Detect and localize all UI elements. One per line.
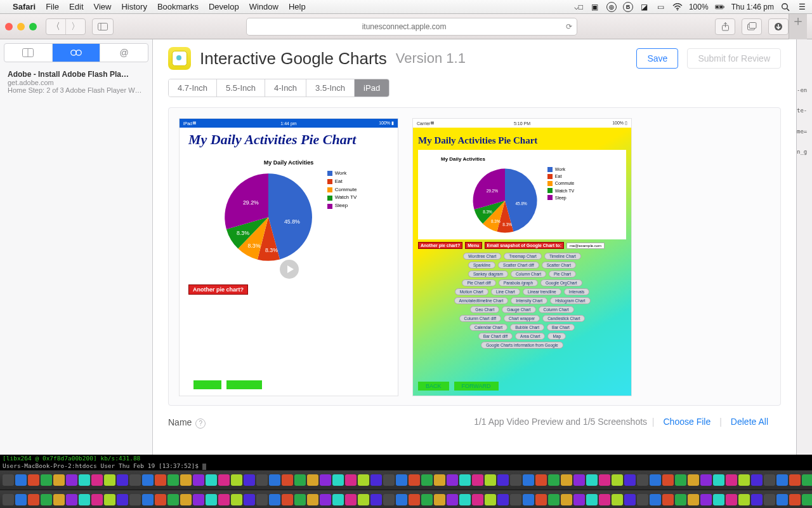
dock-app-icon[interactable] bbox=[142, 494, 154, 505]
dock-app-icon[interactable] bbox=[485, 494, 496, 505]
dock-app-icon[interactable] bbox=[523, 494, 534, 505]
dock-app-icon[interactable] bbox=[459, 494, 471, 505]
dock-app-icon[interactable] bbox=[231, 494, 242, 505]
dock-app-icon[interactable] bbox=[358, 494, 369, 505]
dock-app-icon[interactable] bbox=[789, 474, 801, 486]
dock-app-icon[interactable] bbox=[155, 494, 166, 505]
menu-develop[interactable]: Develop bbox=[209, 2, 239, 11]
dock-app-icon[interactable] bbox=[586, 474, 598, 486]
dock-app-icon[interactable] bbox=[548, 474, 560, 486]
bookmarks-tab[interactable] bbox=[4, 44, 52, 62]
dock-app-icon[interactable] bbox=[624, 494, 636, 505]
dock-app-icon[interactable] bbox=[409, 474, 420, 486]
dock-app-icon[interactable] bbox=[358, 474, 369, 486]
dock-app-icon[interactable] bbox=[91, 494, 103, 505]
dock-app-icon[interactable] bbox=[383, 474, 395, 486]
dock-app-icon[interactable] bbox=[637, 474, 648, 486]
active-app-name[interactable]: Safari bbox=[13, 2, 36, 11]
dock-app-icon[interactable] bbox=[459, 474, 471, 486]
dock-app-icon[interactable] bbox=[561, 494, 572, 505]
status-icon-b[interactable]: B bbox=[623, 2, 633, 12]
save-button[interactable]: Save bbox=[636, 48, 678, 69]
close-window-button[interactable] bbox=[5, 23, 13, 30]
dock-app-icon[interactable] bbox=[396, 474, 407, 486]
dock-app-icon[interactable] bbox=[117, 474, 128, 486]
battery-icon[interactable] bbox=[715, 2, 725, 12]
menu-help[interactable]: Help bbox=[289, 2, 306, 11]
delete-all-link[interactable]: Delete All bbox=[731, 417, 768, 427]
address-bar[interactable]: itunesconnect.apple.com ⟳ bbox=[246, 18, 577, 36]
dock-app-icon[interactable] bbox=[28, 474, 39, 486]
dock-app-icon[interactable] bbox=[612, 474, 623, 486]
dock-app-icon[interactable] bbox=[15, 494, 27, 505]
dock-app-icon[interactable] bbox=[79, 474, 90, 486]
dock-app-icon[interactable] bbox=[104, 474, 115, 486]
dock-app-icon[interactable] bbox=[688, 494, 699, 505]
menu-history[interactable]: History bbox=[121, 2, 147, 11]
reload-icon[interactable]: ⟳ bbox=[561, 22, 577, 31]
camera-icon[interactable]: ⌵□ bbox=[573, 2, 584, 12]
dock-app-icon[interactable] bbox=[523, 474, 534, 486]
dock-app-icon[interactable] bbox=[15, 474, 27, 486]
dock-app-icon[interactable] bbox=[307, 474, 318, 486]
dock-app-icon[interactable] bbox=[320, 494, 331, 505]
dock-app-icon[interactable] bbox=[713, 474, 724, 486]
dock-app-icon[interactable] bbox=[447, 494, 458, 505]
dock-app-icon[interactable] bbox=[662, 474, 674, 486]
menu-view[interactable]: View bbox=[94, 2, 112, 11]
dock-app-icon[interactable] bbox=[409, 494, 420, 505]
dock-app-icon[interactable] bbox=[751, 474, 763, 486]
dock-app-icon[interactable] bbox=[167, 474, 179, 486]
dock-app-icon[interactable] bbox=[79, 494, 90, 505]
tabs-button[interactable] bbox=[742, 18, 762, 35]
dock-app-icon[interactable] bbox=[675, 494, 686, 505]
menu-file[interactable]: File bbox=[46, 2, 59, 11]
dock-app-icon[interactable] bbox=[447, 474, 458, 486]
dock-app-icon[interactable] bbox=[193, 474, 204, 486]
reading-list-item[interactable]: Adobe - Install Adobe Flash Pla… get.ado… bbox=[0, 66, 152, 95]
app-video-preview[interactable]: iPad 〓 1:44 pm 100% ▮ My Daily Activitie… bbox=[179, 118, 398, 396]
app-screenshot-1[interactable]: Carrier 〓 5:10 PM 100% ▯ My Daily Activi… bbox=[412, 118, 632, 396]
dock-app-icon[interactable] bbox=[193, 494, 204, 505]
dock-app-icon[interactable] bbox=[713, 494, 724, 505]
dock-app-icon[interactable] bbox=[332, 494, 344, 505]
status-icon-c[interactable]: ◪ bbox=[639, 2, 650, 12]
dock-app-icon[interactable] bbox=[802, 494, 812, 505]
dock-app-icon[interactable] bbox=[28, 494, 39, 505]
dock-app-icon[interactable] bbox=[180, 474, 192, 486]
dock-app-icon[interactable] bbox=[662, 494, 674, 505]
dock-app-icon[interactable] bbox=[3, 494, 14, 505]
dock-app-icon[interactable] bbox=[472, 474, 483, 486]
dock-app-icon[interactable] bbox=[370, 474, 382, 486]
dock-app-icon[interactable] bbox=[510, 494, 521, 505]
shared-links-tab[interactable]: @ bbox=[100, 44, 148, 62]
status-icon-a[interactable]: ◎ bbox=[606, 2, 617, 12]
dock-app-icon[interactable] bbox=[53, 474, 65, 486]
dock-app-icon[interactable] bbox=[637, 494, 648, 505]
dock-app-icon[interactable] bbox=[700, 474, 712, 486]
menu-bookmarks[interactable]: Bookmarks bbox=[157, 2, 199, 11]
dock-app-icon[interactable] bbox=[345, 474, 357, 486]
dock-app-icon[interactable] bbox=[66, 474, 77, 486]
dock-app-icon[interactable] bbox=[434, 474, 445, 486]
airplay-icon[interactable]: ▣ bbox=[590, 2, 600, 12]
dock-app-icon[interactable] bbox=[434, 494, 445, 505]
dock-app-icon[interactable] bbox=[396, 494, 407, 505]
dock-app-icon[interactable] bbox=[650, 494, 661, 505]
dock-app-icon[interactable] bbox=[142, 474, 154, 486]
dock-app-icon[interactable] bbox=[66, 494, 77, 505]
dock-app-icon[interactable] bbox=[573, 474, 585, 486]
dock-app-icon[interactable] bbox=[421, 474, 433, 486]
sidebar-toggle-button[interactable] bbox=[92, 18, 114, 35]
dock-app-icon[interactable] bbox=[370, 494, 382, 505]
dock-app-icon[interactable] bbox=[256, 474, 268, 486]
dock-app-icon[interactable] bbox=[218, 474, 230, 486]
dock-app-icon[interactable] bbox=[282, 494, 293, 505]
dock-app-icon[interactable] bbox=[726, 474, 737, 486]
dock-app-icon[interactable] bbox=[91, 474, 103, 486]
dock-app-icon[interactable] bbox=[764, 494, 775, 505]
dock-app-icon[interactable] bbox=[738, 474, 750, 486]
dock-app-icon[interactable] bbox=[41, 474, 52, 486]
dock-app-icon[interactable] bbox=[688, 474, 699, 486]
dock-app-icon[interactable] bbox=[104, 494, 115, 505]
